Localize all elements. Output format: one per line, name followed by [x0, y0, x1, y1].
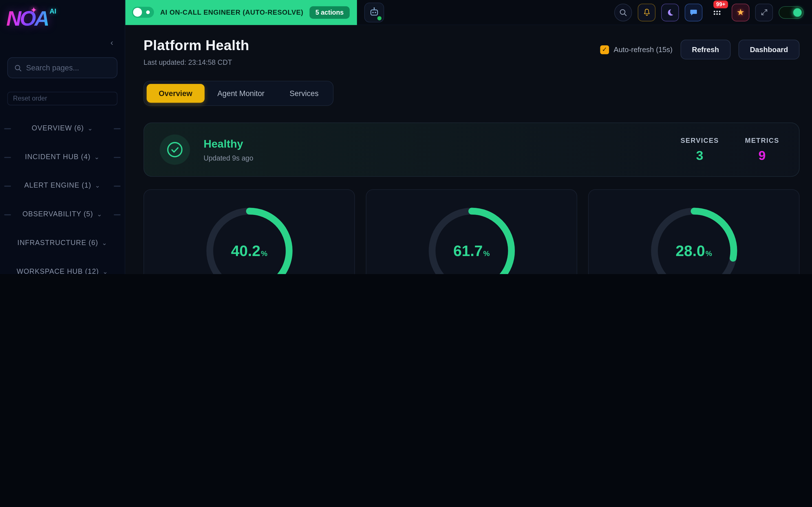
tab-overview[interactable]: Overview [147, 84, 204, 103]
chevron-down-icon: ⌄ [103, 268, 108, 274]
search-button[interactable] [614, 3, 632, 21]
page-title-block: Platform Health Last updated: 23:14:58 C… [144, 38, 249, 66]
sidebar-item-overview[interactable]: OVERVIEW (6) ⌄ [0, 114, 124, 143]
expand-icon [760, 8, 768, 16]
search-input[interactable] [26, 64, 111, 72]
reset-order-button[interactable]: Reset order [7, 92, 117, 105]
healthy-check-icon [160, 135, 190, 165]
fullscreen-button[interactable] [755, 3, 773, 21]
chevron-down-icon: ⌄ [94, 153, 100, 161]
bell-icon [642, 8, 651, 17]
chevron-down-icon: ⌄ [95, 182, 101, 189]
tab-agent-monitor[interactable]: Agent Monitor [205, 84, 276, 103]
apps-button[interactable]: 99+ [708, 3, 726, 21]
brand-logo-text: NOA [6, 3, 48, 33]
dashboard-button[interactable]: Dashboard [739, 40, 800, 59]
sidebar-collapse-icon[interactable]: ‹ [110, 39, 113, 47]
sidebar-item-label: ALERT ENGINE (1) [24, 181, 91, 189]
sidebar-item-label: OBSERVABILITY (5) [22, 210, 93, 218]
cpu-gauge-unit: % [261, 249, 267, 258]
sidebar-item-workspace-hub[interactable]: WORKSPACE HUB (12) ⌄ [0, 257, 124, 274]
services-metric: SERVICES 3 [680, 136, 719, 163]
sidebar: NOA ✦ AI ‹ Reset order OVERVIEW (6) ⌄ IN… [0, 0, 125, 274]
page-title: Platform Health [144, 38, 249, 54]
memory-gauge: 61.7 % [425, 205, 518, 274]
power-toggle[interactable] [779, 6, 804, 18]
memory-gauge-card: 61.7 % MEMORY Warn: 85% Crit: 95% [366, 189, 577, 274]
favorites-button[interactable]: ★ [732, 3, 749, 21]
status-state: Healthy [204, 137, 253, 150]
notifications-count-badge: 99+ [712, 0, 729, 9]
disk-gauge-value: 28.0 [675, 242, 705, 260]
chat-icon [689, 8, 698, 17]
ai-assistant-button[interactable] [364, 2, 384, 22]
search-icon [14, 64, 22, 72]
status-text: Healthy Updated 9s ago [204, 137, 253, 162]
toggle-knob [133, 8, 142, 17]
sidebar-item-label: WORKSPACE HUB (12) [17, 268, 99, 274]
memory-gauge-value: 61.7 [453, 242, 483, 260]
toggle-knob [794, 8, 802, 17]
cpu-gauge: 40.2 % [203, 205, 296, 274]
tab-services[interactable]: Services [277, 84, 331, 103]
actions-badge[interactable]: 5 actions [310, 6, 349, 18]
disk-gauge-card: 28.0 % DISK USAGE Warn: 80% Crit: 90% [588, 189, 800, 274]
health-status-card: Healthy Updated 9s ago SERVICES 3 METRIC… [144, 122, 800, 177]
oncall-label: AI ON-CALL ENGINEER (AUTO-RESOLVE) [160, 8, 303, 16]
sparkle-icon: ✦ [30, 5, 37, 15]
services-label: SERVICES [680, 136, 719, 144]
auto-refresh-control[interactable]: ✓ Auto-refresh (15s) [600, 45, 672, 54]
brand-logo: NOA ✦ AI [0, 0, 124, 33]
page-header: Platform Health Last updated: 23:14:58 C… [144, 38, 800, 66]
metrics-label: METRICS [745, 136, 779, 144]
services-value: 3 [680, 148, 719, 163]
main-content: Platform Health Last updated: 23:14:58 C… [125, 25, 812, 274]
sidebar-item-incident-hub[interactable]: INCIDENT HUB (4) ⌄ [0, 142, 124, 171]
metrics-metric: METRICS 9 [745, 136, 779, 163]
dark-mode-button[interactable] [661, 3, 679, 21]
sidebar-search[interactable] [7, 57, 117, 78]
sidebar-item-infrastructure[interactable]: INFRASTRUCTURE (6) ⌄ [0, 228, 124, 257]
refresh-button[interactable]: Refresh [680, 40, 730, 59]
status-updated: Updated 9s ago [204, 154, 253, 162]
gauges-row: 40.2 % CPU USAGE Warn: 80% Crit: 95% [144, 189, 800, 274]
sidebar-item-observability[interactable]: OBSERVABILITY (5) ⌄ [0, 200, 124, 228]
chevron-down-icon: ⌄ [102, 239, 107, 247]
main-column: AI ON-CALL ENGINEER (AUTO-RESOLVE) 5 act… [125, 0, 812, 274]
cpu-gauge-card: 40.2 % CPU USAGE Warn: 80% Crit: 95% [144, 189, 355, 274]
disk-gauge-unit: % [706, 249, 712, 258]
sidebar-item-label: INCIDENT HUB (4) [25, 153, 91, 161]
status-metrics: SERVICES 3 METRICS 9 [680, 136, 783, 163]
auto-refresh-label: Auto-refresh (15s) [614, 45, 673, 54]
auto-refresh-checkbox[interactable]: ✓ [600, 45, 609, 54]
oncall-banner: AI ON-CALL ENGINEER (AUTO-RESOLVE) 5 act… [125, 0, 357, 25]
search-icon [619, 8, 627, 17]
app-root: NOA ✦ AI ‹ Reset order OVERVIEW (6) ⌄ IN… [0, 0, 812, 274]
oncall-toggle[interactable] [132, 7, 154, 18]
sidebar-item-label: OVERVIEW (6) [32, 124, 84, 132]
sidebar-item-label: INFRASTRUCTURE (6) [17, 239, 98, 247]
chat-button[interactable] [685, 3, 703, 21]
metrics-value: 9 [745, 148, 779, 163]
chevron-down-icon: ⌄ [97, 211, 102, 218]
star-icon: ★ [737, 7, 744, 18]
toggle-dot [146, 10, 150, 14]
sidebar-nav: OVERVIEW (6) ⌄ INCIDENT HUB (4) ⌄ ALERT … [0, 114, 124, 274]
cpu-gauge-value: 40.2 [231, 242, 260, 260]
header-controls: ✓ Auto-refresh (15s) Refresh Dashboard [600, 40, 799, 59]
view-tabs: Overview Agent Monitor Services [144, 81, 334, 106]
topbar: AI ON-CALL ENGINEER (AUTO-RESOLVE) 5 act… [125, 0, 812, 25]
topbar-actions: 99+ ★ [614, 3, 812, 21]
moon-icon [666, 8, 674, 17]
notifications-button[interactable] [638, 3, 656, 21]
assistant-online-dot [377, 16, 381, 20]
brand-logo-suffix: AI [50, 7, 56, 15]
chevron-down-icon: ⌄ [87, 124, 93, 132]
sidebar-item-alert-engine[interactable]: ALERT ENGINE (1) ⌄ [0, 171, 124, 200]
disk-gauge: 28.0 % [647, 205, 740, 274]
last-updated: Last updated: 23:14:58 CDT [144, 58, 249, 66]
memory-gauge-unit: % [483, 249, 490, 258]
